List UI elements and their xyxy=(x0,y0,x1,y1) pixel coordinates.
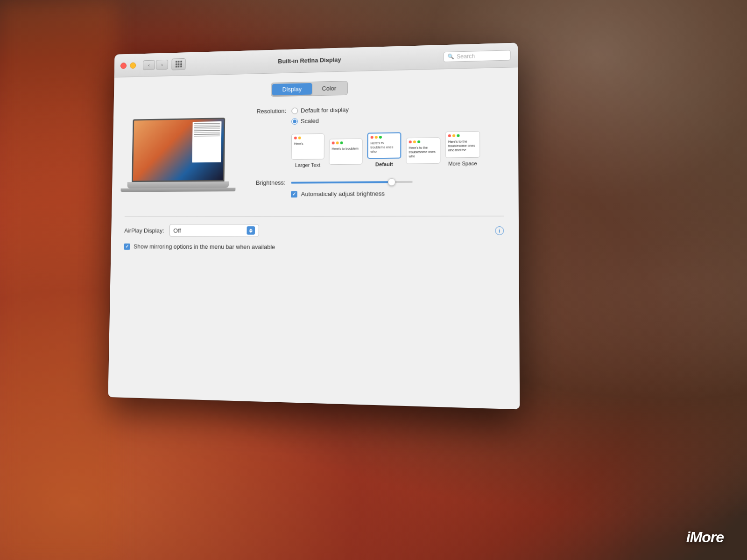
resolution-default-label: Default for display xyxy=(301,106,349,114)
thumb-yellow-2 xyxy=(336,141,339,144)
airplay-row: AirPlay Display: Off i xyxy=(124,224,504,238)
nav-buttons: ‹ › xyxy=(143,59,168,70)
tab-bar: Display Color xyxy=(127,77,503,100)
content-area: Display Color xyxy=(108,67,520,409)
scale-thumb-4[interactable]: Here's to the troublesome ones who xyxy=(406,137,441,164)
window-title: Built-in Retina Display xyxy=(278,56,341,64)
scale-thumb-2[interactable]: Here's to troublem xyxy=(329,139,362,165)
auto-brightness-checkbox[interactable]: ✓ xyxy=(291,191,297,197)
airplay-value: Off xyxy=(173,227,181,234)
thumb-traffic-4 xyxy=(407,138,440,145)
scale-default[interactable]: Here's to troublema ones who Default xyxy=(367,132,401,167)
thumb-yellow-m xyxy=(452,134,455,137)
slider-thumb[interactable] xyxy=(388,178,395,185)
traffic-lights xyxy=(120,62,136,69)
window-wrapper: ‹ › Built-in Retina Display 🔍 Search xyxy=(108,43,520,410)
resolution-scaled-label: Scaled xyxy=(301,117,319,124)
all-prefs-button[interactable] xyxy=(171,58,185,70)
thumb-traffic-default xyxy=(368,133,401,140)
scale-thumb-larger[interactable]: Here's xyxy=(291,133,324,160)
thumb-green-d xyxy=(379,136,382,139)
mirror-row[interactable]: ✓ Show mirroring options in the menu bar… xyxy=(124,243,504,252)
back-icon: ‹ xyxy=(148,62,150,68)
back-button[interactable]: ‹ xyxy=(143,60,155,70)
bottom-section: AirPlay Display: Off i ✓ Show mirrorin xyxy=(124,216,504,251)
thumb-text-more: Here's to the troublesome ones who find … xyxy=(446,138,480,154)
thumb-yellow-d xyxy=(375,136,378,139)
scale-label-more: More Space xyxy=(448,161,477,167)
airplay-dropdown[interactable]: Off xyxy=(169,224,259,237)
laptop-base xyxy=(120,188,235,192)
laptop-preview xyxy=(125,118,232,192)
info-button[interactable]: i xyxy=(495,226,504,235)
grid-icon xyxy=(175,61,182,68)
minimize-button[interactable] xyxy=(130,62,136,69)
resolution-section: Resolution: Default for display xyxy=(245,103,503,126)
thumb-red-4 xyxy=(409,140,412,143)
thumb-text-default: Here's to troublema ones who xyxy=(368,140,401,154)
radio-default[interactable] xyxy=(291,107,298,114)
screen-inner-panel xyxy=(192,121,221,162)
scale-label-default: Default xyxy=(375,161,393,167)
mirror-label: Show mirroring options in the menu bar w… xyxy=(134,243,275,251)
close-button[interactable] xyxy=(120,63,127,69)
scale-2[interactable]: Here's to troublem xyxy=(329,139,362,168)
thumb-text-4: Here's to the troublesome ones who xyxy=(407,144,440,159)
brightness-slider[interactable] xyxy=(291,181,413,183)
resolution-scaled-row: Scaled xyxy=(245,114,503,125)
radio-scaled[interactable] xyxy=(291,118,298,125)
thumb-green-4 xyxy=(417,140,420,143)
auto-brightness-row[interactable]: ✓ Automatically adjust brightness xyxy=(291,189,504,197)
auto-brightness-label: Automatically adjust brightness xyxy=(301,190,385,197)
laptop-body xyxy=(127,182,229,189)
scale-4[interactable]: Here's to the troublesome ones who xyxy=(406,137,440,167)
screen-content xyxy=(133,119,224,181)
resolution-scaled-option[interactable]: Scaled xyxy=(291,117,319,125)
search-field[interactable]: 🔍 Search xyxy=(443,50,511,62)
thumb-red-d xyxy=(371,136,374,139)
thumb-traffic-more xyxy=(446,132,480,139)
forward-icon: › xyxy=(161,62,163,67)
preferences-window: ‹ › Built-in Retina Display 🔍 Search xyxy=(108,43,520,410)
forward-button[interactable]: › xyxy=(156,59,168,70)
thumb-minimize xyxy=(298,137,301,140)
mirror-checkmark: ✓ xyxy=(125,244,129,249)
radio-selected-dot xyxy=(293,119,296,123)
mirror-checkbox[interactable]: ✓ xyxy=(124,243,130,250)
arrow-down-icon xyxy=(249,231,253,232)
search-icon: 🔍 xyxy=(447,54,454,60)
tab-display[interactable]: Display xyxy=(272,83,312,95)
brightness-row: Brightness: xyxy=(245,177,504,186)
scale-options: Here's Larger Text Her xyxy=(291,131,503,168)
brightness-section: Brightness: ✓ Automatically adjust brigh… xyxy=(244,177,504,198)
tab-color[interactable]: Color xyxy=(312,82,346,94)
thumb-yellow-4 xyxy=(413,140,416,143)
brightness-label: Brightness: xyxy=(245,179,286,186)
thumb-close xyxy=(294,137,297,140)
scale-more-space[interactable]: Here's to the troublesome ones who find … xyxy=(445,131,480,167)
airplay-label: AirPlay Display: xyxy=(124,227,164,234)
thumb-green-2 xyxy=(340,141,343,144)
checkmark-icon: ✓ xyxy=(292,191,296,196)
thumb-traffic-lights xyxy=(292,134,324,141)
thumb-traffic-2 xyxy=(330,139,362,146)
laptop-screen xyxy=(132,118,225,182)
resolution-label: Resolution: xyxy=(245,107,286,115)
thumb-green-m xyxy=(457,134,459,137)
scale-thumb-default[interactable]: Here's to troublema ones who xyxy=(367,132,402,159)
tab-group: Display Color xyxy=(271,81,348,97)
scale-larger-text[interactable]: Here's Larger Text xyxy=(291,133,324,168)
scale-thumb-more[interactable]: Here's to the troublesome ones who find … xyxy=(445,131,480,158)
dropdown-arrow-icon xyxy=(247,226,255,235)
thumb-text-larger: Here's xyxy=(292,140,324,147)
main-layout: Resolution: Default for display xyxy=(125,103,504,198)
imore-watermark: iMore xyxy=(686,529,724,546)
arrow-up-icon xyxy=(249,228,253,230)
resolution-spacer xyxy=(245,121,286,122)
resolution-default-option[interactable]: Default for display xyxy=(291,106,349,114)
thumb-red-m xyxy=(448,134,451,137)
search-placeholder: Search xyxy=(457,53,475,60)
scale-label-larger: Larger Text xyxy=(295,162,320,168)
resolution-default-row: Resolution: Default for display xyxy=(245,103,503,115)
thumb-red-2 xyxy=(332,141,335,144)
